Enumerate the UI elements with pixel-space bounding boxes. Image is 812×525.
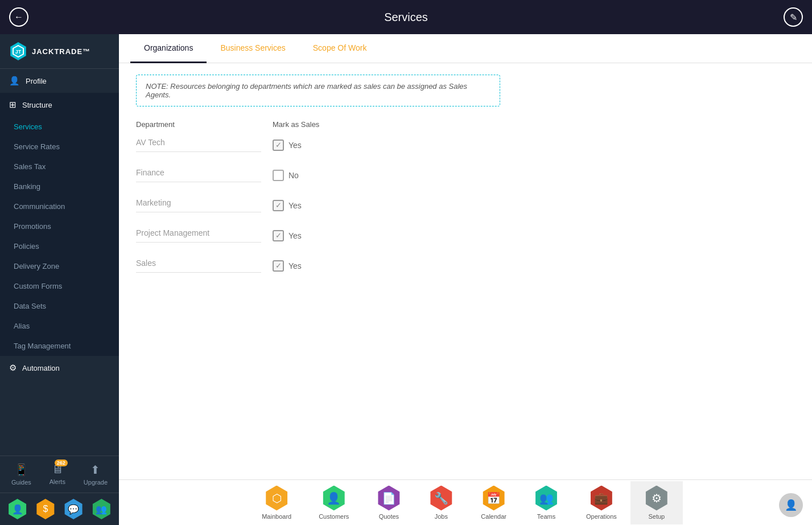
sidebar-label-communication: Communication [14, 202, 65, 211]
dept-name-marketing: Marketing [136, 198, 261, 212]
checkbox-marketing[interactable] [273, 200, 284, 211]
dept-name-av-tech: AV Tech [136, 138, 261, 152]
sidebar-label-custom-forms: Custom Forms [14, 282, 62, 290]
jobs-nav-label: Jobs [435, 513, 448, 520]
guides-label: Guides [11, 479, 31, 486]
sidebar-label-structure: Structure [22, 101, 52, 109]
content-area: Organizations Business Services Scope Of… [119, 34, 812, 525]
checkbox-sales[interactable] [273, 260, 284, 272]
dept-column-header: Department [136, 120, 261, 129]
sidebar-item-profile[interactable]: 👤 Profile [0, 69, 119, 93]
nav-item-setup[interactable]: ⚙ Setup [630, 481, 683, 524]
profile-icon: 👤 [9, 76, 20, 86]
group-bottom-icon[interactable]: 👥 [91, 499, 112, 519]
sidebar-item-data-sets[interactable]: Data Sets [0, 296, 119, 316]
customers-nav-label: Customers [319, 513, 349, 520]
dept-row-project-management: Project Management Yes [136, 228, 795, 243]
chat-bottom-icon[interactable]: 💬 [63, 499, 84, 519]
dept-check-av-tech: Yes [273, 140, 302, 151]
customers-nav-icon: 👤 [321, 486, 347, 511]
sidebar-label-banking: Banking [14, 182, 40, 191]
tab-organizations[interactable]: Organizations [130, 34, 207, 63]
content-body: NOTE: Resources belonging to departments… [119, 63, 812, 479]
check-label-project-management: Yes [288, 231, 302, 240]
tab-organizations-label: Organizations [144, 43, 193, 52]
nav-item-jobs[interactable]: 🔧 Jobs [415, 481, 467, 524]
back-button[interactable]: ← [9, 7, 28, 27]
dept-row-finance: Finance No [136, 168, 795, 182]
automation-icon: ⚙ [9, 363, 17, 373]
teams-nav-label: Teams [537, 513, 555, 520]
sidebar-label-sales-tax: Sales Tax [14, 162, 46, 171]
user-avatar[interactable]: 👤 [779, 493, 803, 517]
upgrade-icon: ⬆ [90, 463, 100, 477]
upgrade-label: Upgrade [84, 479, 108, 486]
alerts-badge-wrap: 🖥 262 [52, 463, 63, 476]
sidebar-label-tag-management: Tag Management [14, 342, 71, 350]
tab-scope-of-work[interactable]: Scope Of Work [299, 34, 381, 63]
operations-nav-icon: 💼 [589, 486, 614, 511]
sidebar-label-services: Services [14, 122, 42, 131]
guides-button[interactable]: 📱 Guides [11, 463, 31, 486]
sidebar-item-services[interactable]: Services [0, 117, 119, 137]
svg-text:JT: JT [15, 49, 22, 55]
nav-item-calendar[interactable]: 📅 Calendar [467, 481, 520, 524]
nav-item-customers[interactable]: 👤 Customers [305, 481, 362, 524]
bottom-nav: ⬡ Mainboard 👤 Customers 📄 Quotes 🔧 Jobs … [119, 479, 812, 525]
sidebar-label-data-sets: Data Sets [14, 302, 46, 310]
sidebar-item-structure[interactable]: ⊞ Structure [0, 93, 119, 117]
dept-row-marketing: Marketing Yes [136, 198, 795, 212]
dept-name-project-management: Project Management [136, 228, 261, 243]
sidebar-item-tag-management[interactable]: Tag Management [0, 336, 119, 356]
sidebar: JT JACKTRADE™ 👤 Profile ⊞ Structure Serv… [0, 34, 119, 525]
sidebar-label-automation: Automation [22, 364, 60, 372]
department-rows: AV Tech Yes Finance No Marketing Yes Pro… [136, 138, 795, 273]
person-bottom-icon[interactable]: 👤 [7, 499, 28, 519]
sales-column-header: Mark as Sales [273, 120, 341, 129]
sidebar-item-communication[interactable]: Communication [0, 196, 119, 216]
upgrade-button[interactable]: ⬆ Upgrade [84, 463, 108, 486]
dept-check-sales: Yes [273, 260, 302, 272]
dept-check-project-management: Yes [273, 230, 302, 241]
checkbox-project-management[interactable] [273, 230, 284, 241]
tab-business-services[interactable]: Business Services [207, 34, 299, 63]
checkbox-av-tech[interactable] [273, 140, 284, 151]
sidebar-item-delivery-zone[interactable]: Delivery Zone [0, 256, 119, 276]
nav-item-teams[interactable]: 👥 Teams [520, 481, 572, 524]
checkbox-finance[interactable] [273, 170, 284, 181]
sidebar-item-alias[interactable]: Alias [0, 316, 119, 336]
nav-item-operations[interactable]: 💼 Operations [572, 481, 630, 524]
nav-item-quotes[interactable]: 📄 Quotes [362, 481, 415, 524]
dollar-bottom-icon[interactable]: $ [35, 499, 56, 519]
logo-icon: JT [9, 42, 27, 60]
sidebar-item-automation[interactable]: ⚙ Automation [0, 356, 119, 380]
sidebar-subnav: Services Service Rates Sales Tax Banking… [0, 117, 119, 356]
mainboard-nav-label: Mainboard [262, 513, 291, 520]
sidebar-bottom-icons: 👤 $ 💬 👥 [0, 493, 119, 525]
tabs-bar: Organizations Business Services Scope Of… [119, 34, 812, 63]
column-headers: Department Mark as Sales [136, 120, 795, 129]
dept-check-marketing: Yes [273, 200, 302, 211]
tab-scope-of-work-label: Scope Of Work [313, 43, 367, 52]
check-label-finance: No [288, 171, 299, 180]
setup-nav-icon: ⚙ [644, 486, 669, 511]
mainboard-nav-icon: ⬡ [264, 486, 289, 511]
alerts-button[interactable]: 🖥 262 Alerts [50, 463, 65, 486]
sidebar-item-custom-forms[interactable]: Custom Forms [0, 276, 119, 296]
structure-icon: ⊞ [9, 100, 17, 110]
sidebar-item-sales-tax[interactable]: Sales Tax [0, 157, 119, 177]
jobs-nav-icon: 🔧 [428, 486, 454, 511]
sidebar-item-promotions[interactable]: Promotions [0, 216, 119, 236]
note-text: NOTE: Resources belonging to departments… [146, 82, 467, 99]
sidebar-item-banking[interactable]: Banking [0, 177, 119, 196]
nav-item-mainboard[interactable]: ⬡ Mainboard [248, 481, 305, 524]
teams-nav-icon: 👥 [534, 486, 559, 511]
sidebar-item-policies[interactable]: Policies [0, 236, 119, 256]
sidebar-item-service-rates[interactable]: Service Rates [0, 137, 119, 157]
dept-row-av-tech: AV Tech Yes [136, 138, 795, 152]
edit-button[interactable]: ✎ [784, 7, 803, 27]
sidebar-logo: JT JACKTRADE™ [0, 34, 119, 69]
sidebar-footer: 📱 Guides 🖥 262 Alerts ⬆ Upgrade [0, 456, 119, 493]
alerts-label: Alerts [50, 478, 65, 485]
nav-items-container: ⬡ Mainboard 👤 Customers 📄 Quotes 🔧 Jobs … [248, 481, 683, 524]
